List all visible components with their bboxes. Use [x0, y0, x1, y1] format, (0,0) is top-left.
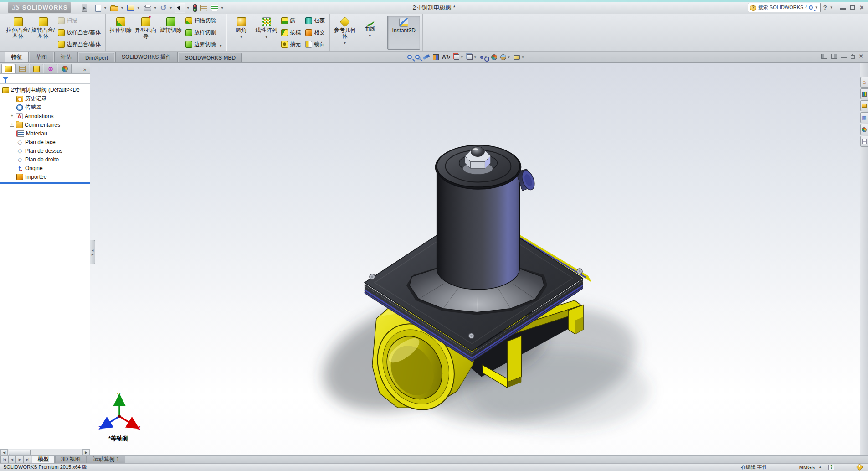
- boundary-cut-button[interactable]: 边界切除: [184, 41, 217, 48]
- tab-3d-views[interactable]: 3D 视图: [55, 456, 87, 463]
- expand-icon[interactable]: +: [10, 114, 14, 118]
- collapse-left-pane-icon[interactable]: [821, 54, 827, 59]
- extruded-boss-button[interactable]: 拉伸凸台/基体: [5, 16, 31, 50]
- view-settings-caret-icon[interactable]: ▼: [521, 55, 524, 59]
- fillet-caret-icon[interactable]: ▼: [240, 34, 243, 40]
- draft-button[interactable]: 拔模: [280, 29, 302, 36]
- help-caret-icon[interactable]: ▼: [830, 5, 833, 10]
- shell-button[interactable]: 抽壳: [280, 41, 302, 48]
- close-button[interactable]: ×: [860, 5, 864, 10]
- extruded-cut-button[interactable]: 拉伸切除: [108, 16, 133, 50]
- instant3d-button[interactable]: Instant3D: [387, 16, 420, 50]
- dimxpert-manager-tab[interactable]: ⊕: [44, 64, 57, 73]
- reference-geometry-button[interactable]: 参考几何体 ▼: [332, 16, 357, 50]
- scroll-right-icon[interactable]: ▶: [82, 449, 90, 455]
- undo-caret-icon[interactable]: ▼: [169, 6, 173, 10]
- manager-overflow-chevron-icon[interactable]: »: [81, 67, 89, 73]
- tree-item-sensors[interactable]: 传感器: [2, 103, 90, 112]
- units-caret-icon[interactable]: ▲: [818, 465, 822, 469]
- swept-cut-button[interactable]: 扫描切除: [184, 17, 217, 25]
- expand-icon[interactable]: +: [10, 123, 14, 127]
- hole-wizard-button[interactable]: 异型孔向导: [133, 16, 158, 50]
- file-properties-button[interactable]: [199, 3, 209, 13]
- task-pane-custom-properties-tab[interactable]: [860, 136, 868, 147]
- new-document-button[interactable]: [94, 3, 103, 13]
- document-minimize-icon[interactable]: [841, 54, 847, 58]
- undo-button[interactable]: ↺: [159, 3, 168, 13]
- tree-item-front-plane[interactable]: ◇ Plan de face: [2, 138, 90, 146]
- save-button[interactable]: [126, 3, 136, 13]
- status-help-icon[interactable]: ?: [828, 465, 834, 470]
- scroll-thumb[interactable]: [9, 450, 31, 455]
- next-sheet-icon[interactable]: ▶: [16, 456, 24, 463]
- open-button[interactable]: [109, 3, 119, 13]
- tab-model[interactable]: 模型: [32, 456, 55, 463]
- collapse-right-pane-icon[interactable]: [831, 54, 837, 59]
- zoom-to-area-button[interactable]: [415, 55, 420, 59]
- tab-mbd[interactable]: SOLIDWORKS MBD: [179, 53, 242, 62]
- mirror-button[interactable]: 镜向: [304, 41, 326, 48]
- tree-item-history[interactable]: 历史记录: [2, 94, 90, 103]
- options-button[interactable]: [210, 3, 220, 13]
- lofted-cut-button[interactable]: 放样切割: [184, 29, 217, 36]
- tree-item-comments[interactable]: + Commentaires: [2, 120, 90, 129]
- tab-dimxpert[interactable]: DimXpert: [79, 53, 114, 62]
- linear-pattern-caret-icon[interactable]: ▼: [265, 34, 268, 40]
- open-caret-icon[interactable]: ▼: [120, 6, 124, 10]
- scroll-track[interactable]: [8, 449, 82, 455]
- scroll-left-icon[interactable]: ◀: [0, 449, 8, 455]
- tree-item-annotations[interactable]: + A Annotations: [2, 112, 90, 120]
- print-caret-icon[interactable]: ▼: [154, 6, 157, 10]
- curves-caret-icon[interactable]: ▼: [368, 33, 372, 39]
- edit-appearance-button[interactable]: [491, 54, 497, 60]
- lofted-boss-button[interactable]: 放样凸台/基体: [56, 29, 102, 36]
- tab-sketch[interactable]: 草图: [30, 52, 53, 62]
- display-style-button[interactable]: ▼: [467, 54, 477, 60]
- hide-show-items-button[interactable]: ▼: [480, 55, 488, 59]
- tree-item-material[interactable]: Materiau: [2, 129, 90, 138]
- section-view-button[interactable]: [433, 54, 439, 60]
- revolved-boss-button[interactable]: 旋转凸台/基体: [31, 16, 56, 50]
- tree-item-origin[interactable]: Origine: [2, 164, 90, 172]
- previous-view-button[interactable]: [423, 56, 430, 58]
- task-pane-design-library-tab[interactable]: [860, 88, 868, 99]
- task-pane-view-palette-tab[interactable]: ▦: [860, 112, 868, 123]
- configuration-manager-tab[interactable]: [30, 64, 43, 73]
- rebuild-button[interactable]: [192, 3, 198, 13]
- options-caret-icon[interactable]: ▼: [221, 6, 224, 10]
- property-manager-tab[interactable]: [15, 64, 29, 73]
- task-pane-appearances-tab[interactable]: [860, 124, 868, 135]
- prev-sheet-icon[interactable]: ◀: [8, 456, 16, 463]
- last-sheet-icon[interactable]: ▶|: [24, 456, 31, 463]
- menu-expand-arrow-icon[interactable]: ▶: [82, 4, 87, 12]
- print-button[interactable]: [142, 3, 153, 13]
- curves-button[interactable]: 曲线 ▼: [357, 16, 382, 50]
- fillet-button[interactable]: 圆角 ▼: [229, 16, 254, 50]
- panel-horizontal-scrollbar[interactable]: ◀ ▶: [0, 449, 90, 455]
- first-sheet-icon[interactable]: |◀: [0, 456, 8, 463]
- revolved-cut-button[interactable]: 旋转切除: [158, 16, 183, 50]
- intersect-button[interactable]: 相交: [304, 29, 326, 36]
- tab-addins[interactable]: SOLIDWORKS 插件: [115, 52, 178, 62]
- status-tag-icon[interactable]: [856, 464, 863, 471]
- new-caret-icon[interactable]: ▼: [103, 6, 107, 10]
- search-input[interactable]: 搜索 SOLIDWORKS 帮助: [758, 4, 807, 11]
- search-caret-icon[interactable]: ▼: [815, 5, 818, 10]
- task-pane-home-tab[interactable]: ⌂: [860, 77, 868, 88]
- rib-button[interactable]: 筋: [280, 17, 302, 25]
- tree-item-right-plane[interactable]: ◇ Plan de droite: [2, 155, 90, 164]
- graphics-viewport[interactable]: ◀ ▶ Y X Z *等轴测: [90, 63, 860, 455]
- document-restore-icon[interactable]: [851, 55, 855, 59]
- display-style-caret-icon[interactable]: ▼: [473, 55, 477, 59]
- panel-splitter-grip[interactable]: ◀ ▶: [90, 240, 95, 264]
- linear-pattern-button[interactable]: 线性阵列 ▼: [254, 16, 279, 50]
- apply-scene-button[interactable]: ▼: [500, 54, 511, 60]
- cut-group-caret-icon[interactable]: ▼: [218, 44, 224, 50]
- tree-item-root[interactable]: 2寸铜制电磁阀 (Défaut<<Dé: [2, 86, 90, 94]
- zoom-to-fit-button[interactable]: [407, 55, 412, 59]
- save-caret-icon[interactable]: ▼: [137, 6, 140, 10]
- status-units[interactable]: MMGS: [799, 465, 815, 470]
- task-pane-file-explorer-tab[interactable]: [860, 100, 868, 111]
- boundary-boss-button[interactable]: 边界凸台/基体: [56, 41, 102, 48]
- wrap-button[interactable]: 包覆: [304, 17, 326, 25]
